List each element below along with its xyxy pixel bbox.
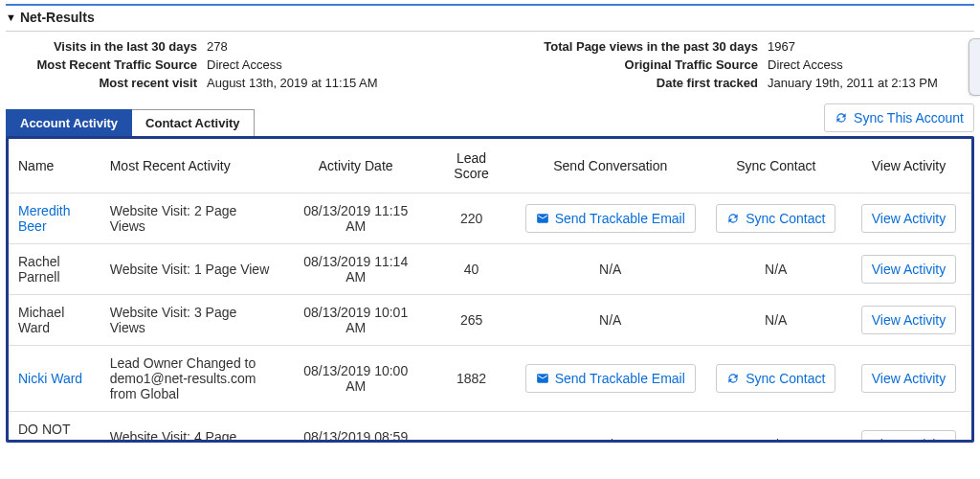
- send-email-label: Send Trackable Email: [555, 211, 685, 226]
- info-value: August 13th, 2019 at 11:15 AM: [207, 76, 490, 90]
- sync-contact-label: Sync Contact: [746, 211, 825, 226]
- send-na: N/A: [599, 437, 621, 443]
- send-email-button[interactable]: Send Trackable Email: [525, 364, 696, 393]
- contact-name: DO NOT DELETE Do: [18, 422, 70, 443]
- info-value: 1967: [768, 39, 974, 54]
- send-email-button[interactable]: Send Trackable Email: [525, 204, 696, 233]
- info-label: Visits in the last 30 days: [6, 39, 207, 54]
- contact-name[interactable]: Meredith Beer: [18, 203, 70, 234]
- lead-score: 40: [464, 262, 479, 277]
- activity-date: 08/13/2019 10:00 AM: [303, 363, 408, 394]
- view-activity-button[interactable]: View Activity: [861, 255, 957, 284]
- info-label: Date first tracked: [490, 76, 768, 90]
- table-row: DO NOT DELETE Do Website Visit: 4 Page V…: [9, 412, 971, 444]
- contact-name[interactable]: Nicki Ward: [18, 371, 82, 386]
- activity-date: 08/13/2019 08:59 AM: [303, 429, 408, 443]
- table-row: Rachel Parnell Website Visit: 1 Page Vie…: [9, 244, 971, 295]
- info-left-col: Visits in the last 30 days278 Most Recen…: [6, 37, 490, 92]
- table-row: Michael Ward Website Visit: 3 Page Views…: [9, 295, 971, 346]
- col-header-lead: Lead Score: [428, 139, 515, 194]
- table-row: Nicki Ward Lead Owner Changed to demo1@n…: [9, 346, 971, 412]
- refresh-icon: [835, 111, 848, 125]
- col-header-date: Activity Date: [283, 139, 428, 194]
- activity-text: Website Visit: 2 Page Views: [110, 203, 237, 234]
- table-row: Meredith Beer Website Visit: 2 Page View…: [9, 194, 971, 244]
- info-grid: Visits in the last 30 days278 Most Recen…: [6, 32, 974, 103]
- view-activity-button[interactable]: View Activity: [861, 306, 957, 334]
- sync-na: N/A: [765, 262, 787, 277]
- tab-contact-activity[interactable]: Contact Activity: [132, 109, 254, 137]
- sync-na: N/A: [765, 437, 787, 443]
- activity-date: 08/13/2019 10:01 AM: [303, 305, 408, 335]
- contact-name: Michael Ward: [18, 305, 64, 335]
- sync-account-button[interactable]: Sync This Account: [824, 103, 974, 132]
- info-value: January 19th, 2011 at 2:13 PM: [768, 76, 974, 90]
- col-header-activity: Most Recent Activity: [100, 139, 283, 194]
- lead-score: 220: [460, 211, 482, 226]
- view-activity-label: View Activity: [872, 211, 947, 226]
- refresh-icon: [726, 372, 740, 385]
- contact-name: Rachel Parnell: [18, 254, 60, 285]
- activity-text: Website Visit: 1 Page View: [110, 262, 270, 277]
- net-results-panel: ▼ Net-Results Visits in the last 30 days…: [6, 4, 974, 443]
- activity-date: 08/13/2019 11:14 AM: [303, 254, 408, 285]
- col-header-sync: Sync Contact: [706, 139, 846, 194]
- activity-text: Lead Owner Changed to demo1@net-results.…: [110, 355, 256, 401]
- col-header-view: View Activity: [846, 139, 971, 194]
- info-label: Total Page views in the past 30 days: [490, 39, 768, 54]
- activity-table-wrapper: Name Most Recent Activity Activity Date …: [6, 136, 974, 443]
- activity-text: Website Visit: 4 Page Views: [110, 429, 237, 443]
- envelope-icon: [536, 372, 549, 385]
- view-activity-button[interactable]: View Activity: [861, 430, 957, 443]
- view-activity-label: View Activity: [872, 312, 947, 328]
- envelope-icon: [536, 212, 549, 225]
- info-right-col: Total Page views in the past 30 days1967…: [490, 37, 974, 92]
- col-header-name: Name: [9, 139, 100, 194]
- activity-table: Name Most Recent Activity Activity Date …: [9, 139, 971, 443]
- sync-account-label: Sync This Account: [854, 110, 964, 125]
- lead-score: 1882: [457, 371, 486, 386]
- tab-account-activity[interactable]: Account Activity: [6, 109, 132, 137]
- send-na: N/A: [599, 262, 621, 277]
- sync-na: N/A: [765, 312, 787, 328]
- sync-contact-button[interactable]: Sync Contact: [716, 204, 835, 233]
- sync-contact-label: Sync Contact: [746, 371, 825, 386]
- view-activity-button[interactable]: View Activity: [861, 364, 957, 393]
- refresh-icon: [726, 212, 740, 225]
- activity-date: 08/13/2019 11:15 AM: [303, 203, 408, 234]
- info-value: Direct Access: [207, 57, 490, 72]
- send-email-label: Send Trackable Email: [555, 371, 685, 386]
- info-value: Direct Access: [768, 57, 974, 72]
- panel-header[interactable]: ▼ Net-Results: [6, 6, 974, 32]
- view-activity-button[interactable]: View Activity: [861, 204, 957, 233]
- view-activity-label: View Activity: [872, 262, 947, 277]
- send-na: N/A: [599, 312, 621, 328]
- panel-title: Net-Results: [20, 10, 95, 25]
- info-label: Most Recent Traffic Source: [6, 57, 207, 72]
- lead-score: 270: [460, 437, 482, 443]
- info-value: 278: [207, 39, 490, 54]
- side-handle[interactable]: [969, 38, 980, 96]
- info-label: Original Traffic Source: [490, 57, 768, 72]
- view-activity-label: View Activity: [872, 437, 947, 443]
- sync-contact-button[interactable]: Sync Contact: [716, 364, 835, 393]
- collapse-icon: ▼: [6, 11, 16, 23]
- tabs: Account Activity Contact Activity: [6, 108, 255, 136]
- lead-score: 265: [460, 312, 482, 328]
- col-header-send: Send Conversation: [515, 139, 706, 194]
- info-label: Most recent visit: [6, 76, 207, 90]
- activity-text: Website Visit: 3 Page Views: [110, 305, 237, 335]
- view-activity-label: View Activity: [872, 371, 947, 386]
